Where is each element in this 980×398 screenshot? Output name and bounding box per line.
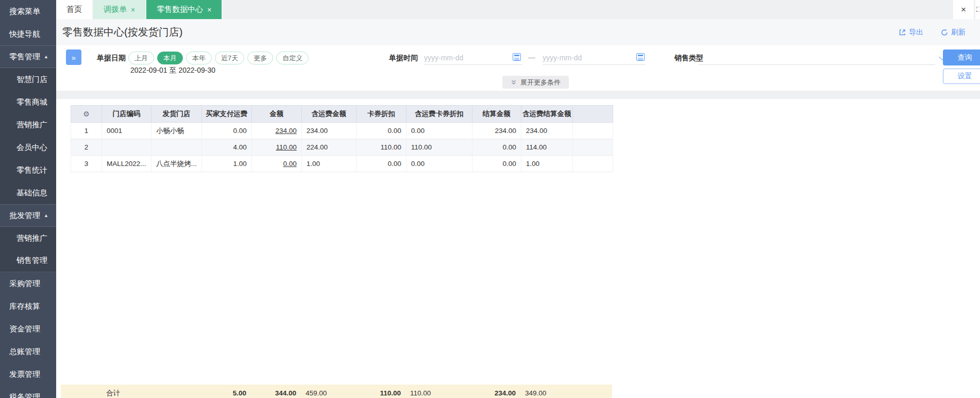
sidebar-item-retail-mall[interactable]: 零售商城	[0, 91, 56, 113]
column-settings-button[interactable]: ⚙	[71, 106, 102, 123]
col-settle-amount[interactable]: 结算金额	[472, 106, 521, 123]
cell-coupon-discount-incl-shipping: 0.00	[406, 156, 472, 172]
row-seq: 1	[71, 123, 102, 139]
data-table: ⚙ 门店编码 发货门店 买家支付运费 金额 含运费金额 卡券折扣 含运费卡券折扣…	[71, 105, 613, 172]
sidebar-item-inventory-accounting[interactable]: 库存核算	[0, 295, 56, 318]
panel-gap	[56, 91, 980, 99]
table-row[interactable]: 2 4.00 110.00 224.00 110.00 110.00 0.00 …	[71, 139, 613, 156]
calendar-icon[interactable]	[636, 53, 645, 61]
sales-type-select[interactable]	[698, 51, 935, 65]
sidebar-item-fund-management[interactable]: 资金管理	[0, 318, 56, 340]
cell-amount-link[interactable]: 110.00	[251, 139, 301, 156]
table-footer-row: 合计 5.00 344.00 459.00 110.00 110.00 234.…	[61, 385, 612, 398]
table-row[interactable]: 1 0001 小畅小畅 0.00 234.00 234.00 0.00 0.00…	[71, 123, 613, 139]
sidebar-group-wholesale-management[interactable]: 批发管理▲	[0, 204, 56, 227]
query-button[interactable]: 查询	[943, 49, 980, 65]
cell-amount-incl-shipping: 1.00	[301, 156, 356, 172]
footer-settle-incl-shipping: 349.00	[520, 389, 572, 397]
expand-more-conditions-button[interactable]: 展开更多条件	[502, 76, 569, 89]
footer-buyer-shipping: 5.00	[201, 389, 251, 397]
pill-last-month[interactable]: 上月	[128, 52, 154, 64]
sidebar-item-general-ledger[interactable]: 总账管理	[0, 340, 56, 363]
sidebar-item-invoice-management[interactable]: 发票管理	[0, 363, 56, 386]
start-date-input[interactable]	[424, 51, 522, 65]
settings-button[interactable]: 设置	[943, 69, 980, 84]
expand-more-label: 展开更多条件	[520, 78, 561, 87]
sidebar-item-sales-management[interactable]: 销售管理	[0, 250, 56, 272]
cell-store-code: MALL2022...	[102, 156, 151, 172]
sidebar-item-purchase-management[interactable]: 采购管理	[0, 272, 56, 295]
main-area: 首页 调拨单× 零售数据中心× × ⛶ 零售数据中心(按发货门店) 导出 刷新 …	[56, 0, 980, 398]
cell-amount-link[interactable]: 234.00	[251, 123, 301, 139]
pill-this-month[interactable]: 本月	[157, 52, 183, 64]
filter-panel: » 单据日期 上月 本月 本年 近7天 更多 自定义 2022-09-01 至 …	[56, 45, 980, 91]
cell-buyer-shipping: 1.00	[201, 156, 251, 172]
row-seq: 3	[71, 156, 102, 172]
sidebar-search-menu[interactable]: 搜索菜单	[0, 0, 56, 23]
amount-link[interactable]: 0.00	[283, 160, 296, 168]
cell-settle-amount: 0.00	[472, 156, 521, 172]
col-amount-incl-shipping[interactable]: 含运费金额	[301, 106, 356, 123]
sidebar-group-retail-management[interactable]: 零售管理▲	[0, 45, 56, 68]
footer-amount-incl-shipping: 459.00	[301, 389, 356, 397]
sidebar-item-wholesale-marketing[interactable]: 营销推广	[0, 227, 56, 250]
close-tab-icon[interactable]: ×	[131, 6, 135, 13]
col-buyer-shipping[interactable]: 买家支付运费	[201, 106, 251, 123]
sidebar-item-smart-store[interactable]: 智慧门店	[0, 68, 56, 91]
header-actions: 导出 刷新	[899, 28, 966, 37]
cell-filler	[572, 139, 613, 156]
close-button[interactable]: ×	[953, 0, 974, 19]
sidebar-item-quick-nav[interactable]: 快捷导航	[0, 23, 56, 45]
pill-last-7-days[interactable]: 近7天	[215, 52, 244, 64]
sidebar-item-label: 会员中心	[16, 143, 47, 153]
tab-home[interactable]: 首页	[56, 0, 92, 19]
sidebar-item-label: 资金管理	[9, 324, 40, 334]
tab-label: 首页	[66, 5, 82, 14]
cell-filler	[572, 156, 613, 172]
sidebar-item-label: 批发管理	[9, 211, 40, 221]
sidebar-item-label: 总账管理	[9, 347, 40, 357]
refresh-button[interactable]: 刷新	[941, 28, 966, 37]
caret-up-icon: ▲	[44, 54, 48, 59]
end-date-input[interactable]	[543, 51, 646, 65]
cell-coupon-discount-incl-shipping: 0.00	[406, 123, 472, 139]
col-amount[interactable]: 金额	[251, 106, 301, 123]
cell-amount-incl-shipping: 224.00	[301, 139, 356, 156]
sidebar-item-tax-management[interactable]: 税务管理	[0, 386, 56, 398]
table-row[interactable]: 3 MALL2022... 八点半烧烤... 1.00 0.00 1.00 0.…	[71, 156, 613, 172]
pill-more[interactable]: 更多	[247, 52, 273, 64]
cell-settle-incl-shipping: 114.00	[521, 139, 572, 156]
col-store-code[interactable]: 门店编码	[102, 106, 151, 123]
col-shipping-store[interactable]: 发货门店	[151, 106, 202, 123]
col-settle-incl-shipping[interactable]: 含运费结算金额	[521, 106, 572, 123]
cell-settle-amount: 234.00	[472, 123, 521, 139]
sidebar-item-label: 营销推广	[16, 120, 47, 130]
tab-transfer-order[interactable]: 调拨单×	[93, 0, 145, 19]
col-coupon-discount-incl-shipping[interactable]: 含运费卡券折扣	[406, 106, 472, 123]
close-tab-icon[interactable]: ×	[207, 6, 211, 13]
cell-coupon-discount-incl-shipping: 110.00	[406, 139, 472, 156]
sidebar-item-member-center[interactable]: 会员中心	[0, 136, 56, 159]
sidebar-item-retail-stats[interactable]: 零售统计	[0, 159, 56, 181]
document-date-label: 单据日期	[97, 54, 126, 63]
pill-custom[interactable]: 自定义	[276, 52, 309, 64]
sidebar-item-marketing-promo[interactable]: 营销推广	[0, 113, 56, 136]
pill-this-year[interactable]: 本年	[186, 52, 212, 64]
amount-link[interactable]: 234.00	[275, 127, 296, 135]
col-coupon-discount[interactable]: 卡券折扣	[356, 106, 406, 123]
cell-amount-link[interactable]: 0.00	[251, 156, 301, 172]
export-label: 导出	[909, 28, 923, 37]
sidebar-item-label: 营销推广	[16, 234, 47, 243]
table-panel: ⚙ 门店编码 发货门店 买家支付运费 金额 含运费金额 卡券折扣 含运费卡券折扣…	[56, 99, 980, 398]
sidebar-item-label: 税务管理	[9, 392, 40, 398]
page-header: 零售数据中心(按发货门店) 导出 刷新	[56, 19, 980, 45]
cell-store-name: 八点半烧烤...	[151, 156, 202, 172]
amount-link[interactable]: 110.00	[276, 143, 296, 151]
calendar-icon[interactable]	[513, 53, 521, 61]
table-header-row: ⚙ 门店编码 发货门店 买家支付运费 金额 含运费金额 卡券折扣 含运费卡券折扣…	[71, 106, 613, 123]
tab-retail-data-center[interactable]: 零售数据中心×	[146, 0, 222, 19]
fullscreen-icon[interactable]: ⛶	[975, 0, 980, 19]
sidebar-item-basic-info[interactable]: 基础信息	[0, 181, 56, 204]
export-button[interactable]: 导出	[899, 28, 923, 37]
sidebar-item-label: 采购管理	[9, 279, 40, 289]
